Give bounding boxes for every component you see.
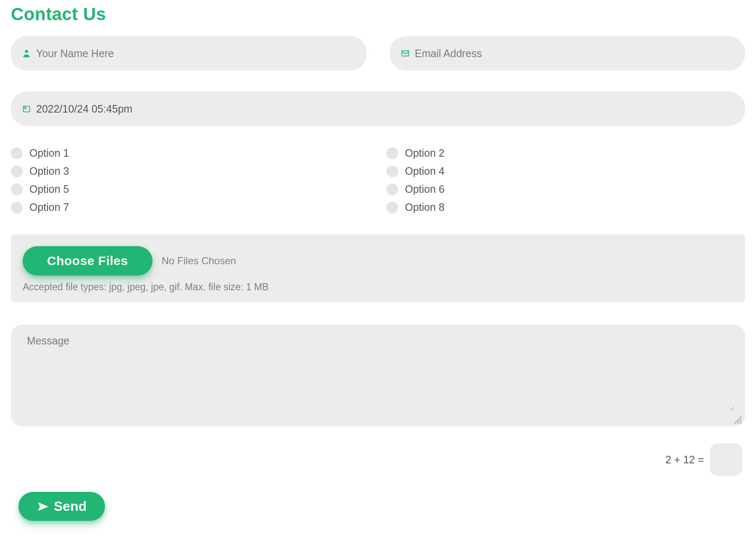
checkbox-item[interactable]: Option 7 xyxy=(11,201,370,213)
message-textarea[interactable] xyxy=(27,335,734,410)
checkbox-circle-icon[interactable] xyxy=(11,184,23,195)
email-field-wrapper xyxy=(390,36,746,71)
checkbox-label: Option 3 xyxy=(29,165,69,177)
send-button-label: Send xyxy=(54,499,87,514)
message-field-wrapper xyxy=(11,325,745,426)
checkbox-item[interactable]: Option 2 xyxy=(386,147,745,159)
checkbox-item[interactable]: Option 5 xyxy=(11,183,370,195)
checkbox-circle-icon[interactable] xyxy=(11,147,23,159)
email-icon xyxy=(401,49,410,58)
svg-line-7 xyxy=(740,422,742,424)
email-input[interactable] xyxy=(415,47,735,60)
send-button[interactable]: Send xyxy=(18,492,105,521)
paper-plane-icon xyxy=(37,501,49,512)
checkbox-label: Option 8 xyxy=(405,201,445,213)
checkbox-item[interactable]: Option 1 xyxy=(11,147,370,159)
checkbox-label: Option 2 xyxy=(405,147,445,159)
checkbox-label: Option 7 xyxy=(29,201,69,213)
checkbox-item[interactable]: Option 6 xyxy=(386,183,745,195)
checkbox-circle-icon[interactable] xyxy=(386,202,398,213)
checkbox-circle-icon[interactable] xyxy=(386,147,398,159)
datetime-icon xyxy=(22,104,31,113)
captcha-input[interactable] xyxy=(710,443,743,476)
captcha-question: 2 + 12 = xyxy=(665,454,704,466)
checkbox-circle-icon[interactable] xyxy=(386,184,398,195)
resize-handle-icon[interactable] xyxy=(734,416,742,424)
checkbox-circle-icon[interactable] xyxy=(11,166,23,177)
checkbox-label: Option 5 xyxy=(29,183,69,195)
file-upload-hint: Accepted file types: jpg, jpeg, jpe, gif… xyxy=(23,281,733,293)
file-upload-status: No Files Chosen xyxy=(162,255,236,267)
person-icon xyxy=(22,49,31,58)
checkbox-item[interactable]: Option 8 xyxy=(386,201,745,213)
datetime-input[interactable] xyxy=(36,103,734,115)
checkbox-item[interactable]: Option 3 xyxy=(11,165,370,177)
checkbox-label: Option 4 xyxy=(405,165,445,177)
datetime-field-wrapper xyxy=(11,92,745,126)
choose-files-button[interactable]: Choose Files xyxy=(23,246,152,276)
name-field-wrapper xyxy=(11,36,367,71)
checkbox-label: Option 6 xyxy=(405,183,445,195)
checkbox-circle-icon[interactable] xyxy=(386,166,398,177)
page-title: Contact Us xyxy=(11,4,745,24)
svg-point-0 xyxy=(25,50,28,53)
checkbox-circle-icon[interactable] xyxy=(11,202,23,213)
checkbox-label: Option 1 xyxy=(29,147,69,159)
file-upload-box: Choose Files No Files Chosen Accepted fi… xyxy=(11,234,745,302)
checkbox-item[interactable]: Option 4 xyxy=(386,165,745,177)
name-input[interactable] xyxy=(36,47,356,60)
captcha-row: 2 + 12 = xyxy=(11,443,745,476)
checkbox-group: Option 1 Option 2 Option 3 Option 4 Opti… xyxy=(11,147,745,213)
